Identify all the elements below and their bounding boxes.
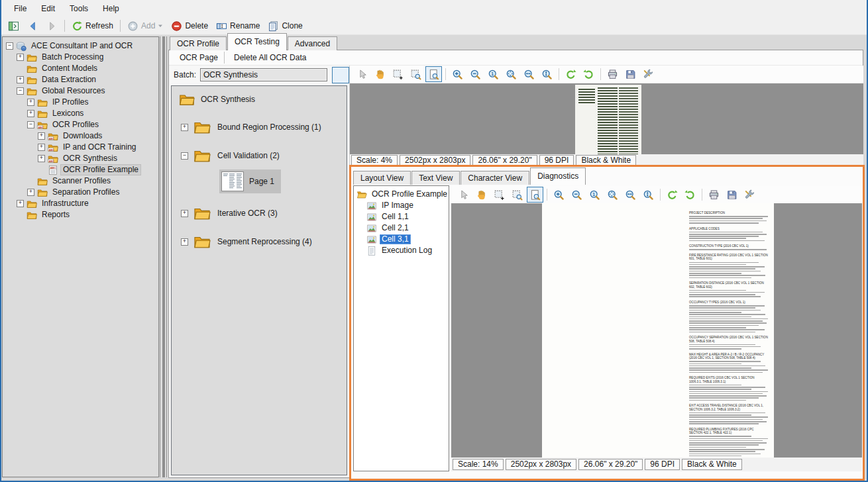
fit-page-button[interactable] bbox=[425, 66, 442, 82]
batch-combobox[interactable]: OCR Synthesis bbox=[200, 68, 327, 81]
menu-edit[interactable]: Edit bbox=[34, 1, 62, 16]
diag-item-ip-image[interactable]: IP Image bbox=[356, 200, 449, 211]
tab-text-view[interactable]: Text View bbox=[411, 171, 460, 185]
tree-item-data-extraction[interactable]: +Data Extraction bbox=[6, 74, 158, 85]
pan-button[interactable] bbox=[473, 187, 490, 203]
zoom-actual-button[interactable]: 1 bbox=[586, 187, 603, 203]
tree-item-content-models[interactable]: Content Models bbox=[6, 63, 158, 74]
batch-tree-item-cell-validation-2[interactable]: −Cell Validation (2) bbox=[181, 147, 347, 164]
zoom-region-button[interactable] bbox=[407, 66, 424, 82]
rotate-left-button[interactable] bbox=[563, 66, 579, 82]
fit-width-button[interactable] bbox=[521, 66, 537, 82]
back-button[interactable] bbox=[24, 19, 42, 34]
tree-item-ocr-synthesis[interactable]: +ABCOCR Synthesis bbox=[6, 153, 158, 164]
expand-icon[interactable]: + bbox=[17, 76, 24, 83]
fit-page-button[interactable] bbox=[527, 187, 543, 203]
expand-icon[interactable]: + bbox=[17, 200, 24, 207]
select-region-button[interactable] bbox=[491, 187, 508, 203]
tree-item-lexicons[interactable]: +Lexicons bbox=[6, 108, 158, 119]
diag-item-ocr-profile-example[interactable]: OCR Profile Example bbox=[356, 189, 449, 200]
top-viewer-canvas[interactable] bbox=[350, 83, 863, 154]
tab-diagnostics[interactable]: Diagnostics bbox=[530, 168, 586, 185]
expand-icon[interactable]: + bbox=[38, 155, 45, 162]
expand-icon[interactable]: + bbox=[17, 54, 24, 61]
batch-tree-item-page-1[interactable]: Page 1 bbox=[219, 169, 347, 193]
delete-all-ocr-data-button[interactable]: Delete All OCR Data bbox=[227, 52, 309, 64]
menu-help[interactable]: Help bbox=[95, 1, 127, 16]
bottom-viewer-canvas[interactable]: PROJECT DESCRIPTIONAPPLICABLE CODESCONST… bbox=[451, 203, 862, 458]
batch-tree-item-bound-region-processing-1[interactable]: +Bound Region Processing (1) bbox=[181, 119, 347, 136]
expand-icon[interactable]: + bbox=[181, 210, 188, 217]
tab-ocr-testing[interactable]: OCR Testing bbox=[227, 33, 287, 50]
settings-button[interactable] bbox=[741, 187, 758, 203]
zoom-fit-button[interactable] bbox=[503, 66, 519, 82]
fit-height-button[interactable] bbox=[640, 187, 657, 203]
tree-item-infrastructure[interactable]: +Infrastructure bbox=[6, 198, 158, 209]
rename-button[interactable]: Rename bbox=[213, 19, 263, 34]
tree-item-separation-profiles[interactable]: +Separation Profiles bbox=[6, 187, 158, 198]
ocr-page-button[interactable]: OCR Page bbox=[173, 52, 221, 64]
select-region-button[interactable] bbox=[390, 66, 406, 82]
tree-item-ace-consultant-ip-and-ocr[interactable]: −ACE Consultant IP and OCR bbox=[6, 40, 158, 52]
document-section: OCCUPANCY TYPES (2016 CBC VOL 1) bbox=[689, 301, 768, 332]
diag-item-cell-1-1[interactable]: Cell 1,1 bbox=[356, 211, 449, 222]
expand-icon[interactable]: + bbox=[27, 99, 34, 106]
tree-item-batch-processing[interactable]: +Batch Processing bbox=[6, 52, 158, 63]
document-info-toggle-button[interactable] bbox=[332, 67, 349, 83]
tab-layout-view[interactable]: Layout View bbox=[353, 171, 411, 185]
zoom-region-button[interactable] bbox=[509, 187, 525, 203]
rotate-left-button[interactable] bbox=[664, 187, 680, 203]
collapse-icon[interactable]: − bbox=[27, 121, 34, 128]
rotate-right-button[interactable] bbox=[580, 66, 597, 82]
diag-item-cell-2-1[interactable]: Cell 2,1 bbox=[356, 222, 449, 234]
tab-ocr-profile[interactable]: OCR Profile bbox=[170, 36, 227, 50]
refresh-button[interactable]: Refresh bbox=[68, 19, 117, 34]
save-button[interactable] bbox=[622, 66, 639, 82]
clone-button[interactable]: Clone bbox=[264, 19, 305, 34]
expand-icon[interactable]: + bbox=[181, 124, 188, 131]
tree-item-reports[interactable]: Reports bbox=[6, 209, 158, 220]
tree-item-ip-and-ocr-training[interactable]: +ABCIP and OCR Training bbox=[6, 142, 158, 153]
batch-tree-item-iterative-ocr-3[interactable]: +Iterative OCR (3) bbox=[181, 205, 347, 222]
expand-icon[interactable]: + bbox=[38, 132, 45, 140]
batch-tree-item-segment-reprocessing-4[interactable]: +Segment Reprocessing (4) bbox=[181, 233, 347, 250]
nav-panel-button[interactable] bbox=[5, 19, 23, 34]
delete-button[interactable]: Delete bbox=[168, 19, 211, 34]
menu-tools[interactable]: Tools bbox=[62, 1, 95, 16]
tab-character-view[interactable]: Character View bbox=[461, 171, 529, 185]
print-button[interactable] bbox=[604, 66, 621, 82]
pan-button[interactable] bbox=[372, 66, 388, 82]
tree-item-ocr-profile-example[interactable]: ABCOCR Profile Example bbox=[6, 164, 158, 175]
collapse-icon[interactable]: − bbox=[181, 152, 188, 160]
collapse-icon[interactable]: − bbox=[17, 87, 24, 95]
diag-item-execution-log[interactable]: Execution Log bbox=[356, 245, 449, 256]
zoom-out-button[interactable] bbox=[467, 66, 484, 82]
settings-button[interactable] bbox=[640, 66, 657, 82]
tree-item-scanner-profiles[interactable]: Scanner Profiles bbox=[6, 175, 158, 187]
tree-item-label: Reports bbox=[40, 210, 72, 220]
tree-item-global-resources[interactable]: −Global Resources bbox=[6, 85, 158, 97]
zoom-fit-button[interactable] bbox=[604, 187, 621, 203]
zoom-in-button[interactable] bbox=[551, 187, 567, 203]
collapse-icon[interactable]: − bbox=[6, 42, 13, 50]
expand-icon[interactable]: + bbox=[38, 144, 45, 151]
expand-icon[interactable]: + bbox=[181, 238, 188, 246]
diag-item-cell-3-1[interactable]: Cell 3,1 bbox=[356, 234, 449, 245]
save-button[interactable] bbox=[724, 187, 740, 203]
batch-tree-item-ocr-synthesis[interactable]: OCR Synthesis bbox=[178, 91, 347, 107]
print-button[interactable] bbox=[706, 187, 722, 203]
expand-icon[interactable]: + bbox=[27, 189, 34, 196]
zoom-actual-button[interactable]: 1 bbox=[485, 66, 502, 82]
fit-height-button[interactable] bbox=[539, 66, 555, 82]
zoom-in-button[interactable] bbox=[449, 66, 466, 82]
fit-width-button[interactable] bbox=[622, 187, 639, 203]
rotate-right-button[interactable] bbox=[682, 187, 698, 203]
panel-splitter[interactable] bbox=[160, 36, 167, 477]
tab-advanced[interactable]: Advanced bbox=[288, 36, 337, 50]
expand-icon[interactable]: + bbox=[27, 110, 34, 117]
tree-item-downloads[interactable]: +ABCDownloads bbox=[6, 130, 158, 142]
menu-file[interactable]: File bbox=[7, 1, 34, 16]
zoom-out-button[interactable] bbox=[569, 187, 585, 203]
tree-item-ocr-profiles[interactable]: −ABCOCR Profiles bbox=[6, 119, 158, 130]
tree-item-ip-profiles[interactable]: +IP Profiles bbox=[6, 97, 158, 108]
